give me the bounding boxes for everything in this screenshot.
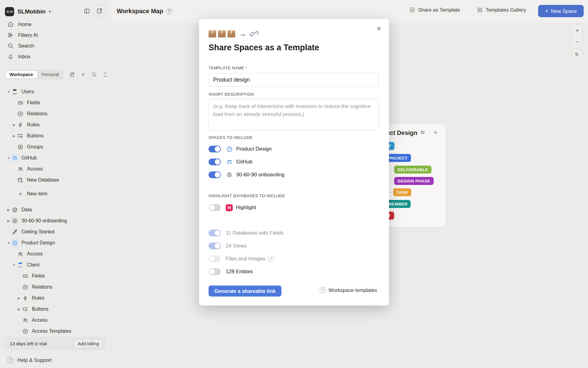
question-circle-icon: ?	[320, 287, 326, 293]
sidebar-item-getting-started[interactable]: Getting Started	[0, 226, 111, 237]
compose-button[interactable]	[94, 5, 105, 17]
sidebar-item-new-item[interactable]: New item	[0, 188, 111, 199]
collapse-all-icon[interactable]	[102, 72, 108, 78]
sidebar-item-relations[interactable]: Relations	[0, 108, 111, 119]
question-circle-icon[interactable]: ?	[268, 256, 274, 262]
toggle-entities[interactable]	[209, 268, 221, 275]
chevron-down-icon[interactable]: ▼	[6, 90, 11, 94]
sidebar-item-home[interactable]: Home	[0, 19, 111, 30]
tab-workspace[interactable]: Workspace	[5, 71, 37, 79]
toggle-label: Product Design	[236, 146, 272, 152]
search-icon[interactable]	[91, 72, 97, 78]
tree-label: New Database	[27, 177, 59, 183]
tree-label: Access	[27, 251, 43, 257]
bell-icon	[7, 53, 14, 60]
panel-icon	[84, 8, 90, 14]
sidebar-item-new-database[interactable]: New Database	[0, 174, 111, 186]
sidebar-item-30-60-90-onboarding[interactable]: ▶ 30-60-90 onboarding	[0, 215, 111, 226]
sidebar-item-client[interactable]: ▼ Client	[0, 259, 111, 270]
people-icon	[17, 166, 23, 172]
package-icon	[209, 30, 216, 37]
chevron-right-icon[interactable]: ▶	[12, 134, 17, 138]
nav-label: Inbox	[18, 54, 30, 59]
share-as-template-button[interactable]: Share as Template	[409, 7, 460, 13]
sidebar-item-search[interactable]: Search	[0, 40, 111, 51]
modal-title: Share Spaces as a Template	[209, 43, 319, 52]
trial-text: 13 days left in trial	[10, 341, 47, 346]
chevron-right-icon[interactable]: ▶	[17, 307, 21, 311]
chevron-down-icon[interactable]: ▼	[12, 263, 17, 267]
hide-database-icon[interactable]	[69, 72, 75, 78]
plus-icon[interactable]	[432, 129, 439, 136]
toggle-files-and-images	[209, 255, 221, 262]
sidebar-item-github[interactable]: ▼ GitHub	[0, 152, 111, 163]
tree-label: Fields	[32, 273, 45, 279]
generate-shareable-link-button[interactable]: Generate a shareable link	[209, 286, 281, 297]
add-billing-button[interactable]: Add billing	[74, 339, 103, 348]
sidebar-item-access[interactable]: Access	[0, 315, 111, 326]
short-description-input[interactable]	[209, 99, 379, 130]
toggle-sidebar-button[interactable]	[82, 6, 92, 16]
templates-gallery-button[interactable]: Templates Gallery	[477, 7, 526, 13]
sidebar-item-data[interactable]: ▶ Data	[0, 204, 111, 215]
workspace-templates-link[interactable]: ? Workspace templates	[320, 287, 377, 293]
sidebar-item-buttons[interactable]: ▶ Buttons	[0, 304, 111, 315]
db-badge[interactable]: DESIGN PHASE	[394, 177, 434, 185]
toggle-label: 11 Databases with Fields	[226, 230, 284, 236]
toggle-highlight[interactable]	[209, 204, 221, 211]
sidebar-item-relations[interactable]: Relations	[0, 282, 111, 293]
sidebar-item-rules[interactable]: ▶ Rules	[0, 119, 111, 130]
sidebar-item-access[interactable]: Access	[0, 163, 111, 174]
database-blue-icon	[17, 262, 23, 268]
chevron-down-icon[interactable]: ▼	[6, 241, 11, 245]
arrow-right-icon: →	[239, 29, 246, 38]
tree-label: Relations	[32, 284, 52, 290]
sidebar-item-buttons[interactable]: ▶ Buttons	[0, 130, 111, 141]
sidebar-item-users[interactable]: ▼ Users	[0, 86, 111, 97]
chevron-right-icon[interactable]: ▶	[6, 219, 11, 223]
help-support-link[interactable]: ? Help & Support	[0, 355, 111, 366]
reset-view-button[interactable]: ↻	[571, 49, 582, 59]
new-space-button[interactable]: + New Space	[538, 5, 584, 17]
question-circle-icon[interactable]: ?	[166, 8, 172, 14]
sidebar: SLM SLMobbin ▼ Home Fibery AI Search Inb…	[0, 0, 111, 368]
sidebar-item-product-design[interactable]: ▼ ? Product Design	[0, 237, 111, 248]
toggle-product-design[interactable]	[209, 146, 221, 152]
chevron-right-icon[interactable]: ▶	[17, 296, 21, 300]
gallery-icon	[477, 7, 483, 13]
toggle-views	[209, 243, 221, 249]
workspace-name[interactable]: SLMobbin	[17, 8, 46, 15]
sidebar-tab-switcher: Workspace Personal	[4, 70, 64, 79]
sidebar-item-inbox[interactable]: Inbox	[0, 51, 111, 62]
workspace-logo[interactable]: SLM	[5, 7, 14, 16]
sidebar-item-fibery-ai[interactable]: Fibery AI	[0, 30, 111, 40]
template-name-input[interactable]	[209, 73, 379, 87]
modal-header-icons: →	[209, 29, 258, 38]
chevron-down-icon[interactable]: ▼	[48, 10, 52, 14]
db-badge[interactable]: TASK	[393, 188, 411, 196]
bug-icon	[12, 155, 17, 161]
tree-label: Relations	[27, 111, 47, 117]
toggle-github[interactable]	[209, 159, 221, 165]
chevron-right-icon[interactable]: ▶	[12, 123, 17, 127]
tree-label: GitHub	[21, 155, 37, 161]
db-badge[interactable]: DELIVERABLE	[394, 166, 432, 174]
sidebar-item-fields[interactable]: Fields	[0, 270, 111, 282]
chevron-down-icon[interactable]: ▼	[6, 156, 11, 160]
tree-label: Access	[32, 317, 48, 323]
fields-icon	[22, 273, 28, 279]
zoom-out-button[interactable]: −	[572, 36, 582, 48]
sidebar-item-rules[interactable]: ▶ Rules	[0, 293, 111, 304]
sidebar-item-fields[interactable]: Fields	[0, 97, 111, 108]
plus-icon[interactable]	[80, 72, 86, 78]
sidebar-item-access-templates[interactable]: Access Templates	[0, 326, 111, 337]
toggle-30-60-90-onboarding[interactable]	[209, 171, 221, 178]
sliders-icon[interactable]	[420, 129, 426, 136]
sidebar-item-groups[interactable]: Groups	[0, 141, 111, 152]
highlight-h-badge: H	[226, 204, 233, 211]
zoom-in-button[interactable]: +	[572, 25, 582, 36]
chevron-right-icon[interactable]: ▶	[6, 208, 11, 212]
tab-personal[interactable]: Personal	[37, 71, 63, 78]
close-icon[interactable]: ✕	[375, 25, 383, 33]
sidebar-item-access[interactable]: Access	[0, 248, 111, 259]
